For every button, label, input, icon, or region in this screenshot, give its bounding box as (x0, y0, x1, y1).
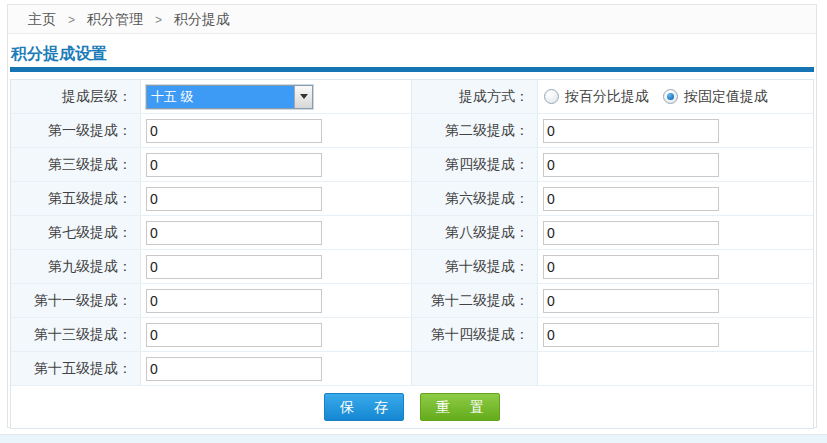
form-row-level-5-6: 第五级提成： 第六级提成： (11, 182, 813, 216)
breadcrumb-points-management[interactable]: 积分管理 (87, 11, 143, 27)
empty-content-cell (538, 352, 813, 385)
level-11-input[interactable] (146, 289, 322, 313)
level-11-label: 第十一级提成： (11, 284, 141, 317)
level-9-label: 第九级提成： (11, 250, 141, 283)
form-row-level-13-14: 第十三级提成： 第十四级提成： (11, 318, 813, 352)
commission-level-select[interactable]: 十五 级 (146, 85, 313, 109)
level-3-input[interactable] (146, 153, 322, 177)
level-1-label: 第一级提成： (11, 114, 141, 147)
form-row-level-11-12: 第十一级提成： 第十二级提成： (11, 284, 813, 318)
form-row-level-1-2: 第一级提成： 第二级提成： (11, 114, 813, 148)
level-10-input[interactable] (543, 255, 719, 279)
content-panel: 主页>积分管理>积分提成 积分提成设置 提成层级： 十五 级 提成方式： 按百分… (7, 4, 817, 428)
level-14-input[interactable] (543, 323, 719, 347)
level-3-label: 第三级提成： (11, 148, 141, 181)
empty-label-cell (411, 352, 538, 385)
radio-fixed-value-label[interactable]: 按固定值提成 (684, 88, 768, 106)
level-12-input[interactable] (543, 289, 719, 313)
level-5-label: 第五级提成： (11, 182, 141, 215)
bottom-strip (0, 434, 827, 443)
level-10-label: 第十级提成： (411, 250, 538, 283)
breadcrumb-home[interactable]: 主页 (28, 11, 56, 27)
breadcrumb-separator: > (155, 13, 162, 27)
radio-percentage-mode[interactable] (544, 89, 559, 104)
page-title: 积分提成设置 (11, 45, 814, 63)
level-4-input[interactable] (543, 153, 719, 177)
commission-mode-radio-group: 按百分比提成 按固定值提成 (544, 88, 782, 106)
level-1-input[interactable] (146, 119, 322, 143)
commission-level-selected-value: 十五 级 (147, 86, 294, 108)
chevron-down-icon (300, 94, 308, 99)
commission-mode-label: 提成方式： (411, 80, 538, 113)
commission-level-label: 提成层级： (11, 80, 141, 113)
level-6-label: 第六级提成： (411, 182, 538, 215)
radio-percentage-label[interactable]: 按百分比提成 (565, 88, 649, 106)
level-12-label: 第十二级提成： (411, 284, 538, 317)
reset-button[interactable]: 重 置 (420, 393, 500, 421)
level-2-input[interactable] (543, 119, 719, 143)
save-button[interactable]: 保 存 (324, 393, 404, 421)
form-row-level-7-8: 第七级提成： 第八级提成： (11, 216, 813, 250)
form-row-level-15: 第十五级提成： (11, 352, 813, 386)
radio-fixed-value-mode[interactable] (663, 89, 678, 104)
level-4-label: 第四级提成： (411, 148, 538, 181)
level-7-label: 第七级提成： (11, 216, 141, 249)
form-actions-row: 保 存 重 置 (11, 386, 813, 428)
level-8-label: 第八级提成： (411, 216, 538, 249)
level-14-label: 第十四级提成： (411, 318, 538, 351)
level-2-label: 第二级提成： (411, 114, 538, 147)
form-row-settings: 提成层级： 十五 级 提成方式： 按百分比提成 按固定值提成 (11, 80, 813, 114)
level-15-input[interactable] (146, 357, 322, 381)
level-6-input[interactable] (543, 187, 719, 211)
select-dropdown-button[interactable] (294, 86, 312, 108)
level-5-input[interactable] (146, 187, 322, 211)
title-underline-bar (10, 67, 814, 72)
breadcrumb: 主页>积分管理>积分提成 (8, 5, 816, 34)
form-row-level-9-10: 第九级提成： 第十级提成： (11, 250, 813, 284)
breadcrumb-separator: > (68, 13, 75, 27)
level-13-input[interactable] (146, 323, 322, 347)
level-7-input[interactable] (146, 221, 322, 245)
level-15-label: 第十五级提成： (11, 352, 141, 385)
form-row-level-3-4: 第三级提成： 第四级提成： (11, 148, 813, 182)
level-13-label: 第十三级提成： (11, 318, 141, 351)
level-9-input[interactable] (146, 255, 322, 279)
level-8-input[interactable] (543, 221, 719, 245)
commission-settings-form: 提成层级： 十五 级 提成方式： 按百分比提成 按固定值提成 (10, 79, 814, 429)
breadcrumb-points-commission[interactable]: 积分提成 (174, 11, 230, 27)
